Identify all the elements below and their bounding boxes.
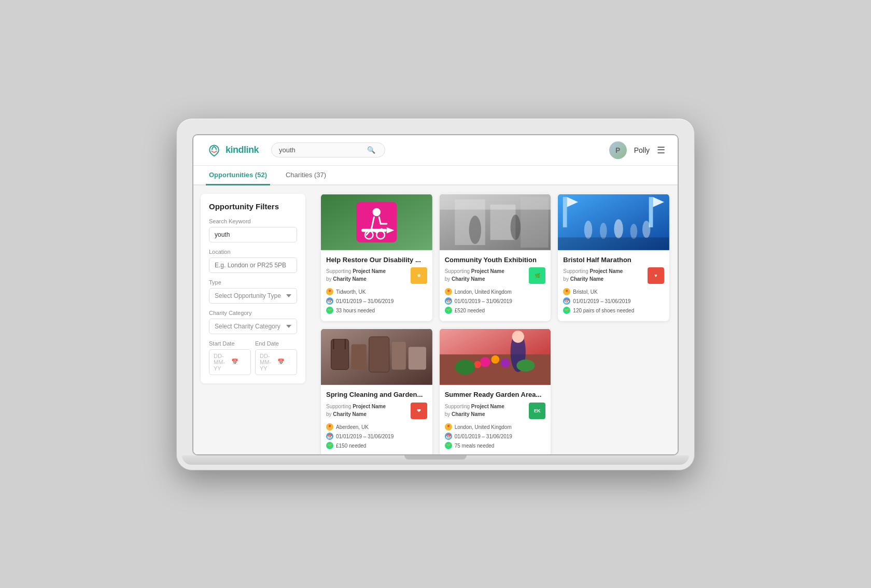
logo[interactable]: kindlink bbox=[206, 142, 259, 159]
calendar-icon-3: 📆 bbox=[563, 297, 570, 305]
start-date-input[interactable]: DD-MM-YY 📅 bbox=[209, 349, 251, 375]
charity-logo-5: EK bbox=[529, 403, 545, 419]
charity-category-select[interactable]: Select Charity Category bbox=[209, 319, 297, 334]
card-location-4: 📍 Aberdeen, UK bbox=[326, 423, 427, 431]
location-icon-2: 📍 bbox=[445, 288, 452, 295]
logo-text: kindlink bbox=[226, 145, 259, 155]
card-dates-text-2: 01/01/2019 – 31/06/2019 bbox=[455, 298, 512, 304]
tab-charities[interactable]: Charities (37) bbox=[283, 166, 329, 185]
card-body-4: Spring Cleaning and Garden... Supporting… bbox=[321, 385, 432, 454]
card-dates-3: 📆 01/01/2019 – 31/06/2019 bbox=[563, 297, 664, 305]
location-icon-3: 📍 bbox=[563, 288, 570, 295]
charity-category-label: Charity Category bbox=[209, 310, 297, 316]
calendar-icon-5: 📆 bbox=[445, 433, 452, 440]
hamburger-menu[interactable]: ☰ bbox=[657, 145, 665, 156]
card-supporting-2: Supporting Project Name by Charity Name … bbox=[445, 267, 546, 284]
tab-charities-count: (37) bbox=[314, 171, 326, 179]
card-dates-text-1: 01/01/2019 – 31/06/2019 bbox=[336, 298, 394, 304]
logo-icon bbox=[206, 142, 222, 159]
card-need-text-1: 33 hours needed bbox=[336, 308, 375, 313]
avatar: P bbox=[609, 141, 627, 159]
card-body-2: Community Youth Exhibition Supporting Pr… bbox=[440, 251, 551, 322]
svg-point-24 bbox=[614, 219, 624, 238]
card-need-5: 🌱 75 meals needed bbox=[445, 442, 546, 449]
user-name: Polly bbox=[634, 146, 650, 154]
end-date-label: End Date bbox=[255, 340, 297, 347]
svg-point-13 bbox=[469, 216, 481, 244]
card-need-3: 🌱 120 pairs of shoes needed bbox=[563, 307, 664, 314]
card-need-text-2: £520 needed bbox=[455, 308, 485, 313]
card-title-3: Bristol Half Marathon bbox=[563, 256, 664, 265]
card-dates-2: 📆 01/01/2019 – 31/06/2019 bbox=[445, 297, 546, 305]
end-calendar-icon: 📅 bbox=[277, 358, 293, 365]
charity-logo-1: ★ bbox=[411, 267, 427, 284]
card-body-1: Help Restore Our Disability ... Supporti… bbox=[321, 251, 432, 322]
header-right: P Polly ☰ bbox=[609, 141, 665, 159]
card-body-3: Bristol Half Marathon Supporting Project… bbox=[558, 251, 669, 322]
card-body-5: Summer Ready Garden Area... Supporting P… bbox=[440, 385, 551, 454]
card-5[interactable]: Summer Ready Garden Area... Supporting P… bbox=[440, 328, 551, 454]
card-need-2: 🌱 £520 needed bbox=[445, 307, 546, 314]
calendar-icon-2: 📆 bbox=[445, 297, 452, 305]
app-header: kindlink 🔍 P Polly ☰ bbox=[193, 135, 678, 166]
need-icon-4: 🌱 bbox=[326, 442, 333, 449]
card-supporting-3: Supporting Project Name by Charity Name … bbox=[563, 267, 664, 284]
card-location-text-4: Aberdeen, UK bbox=[336, 424, 369, 430]
svg-rect-33 bbox=[392, 342, 406, 370]
need-icon-2: 🌱 bbox=[445, 307, 452, 314]
card-title-1: Help Restore Our Disability ... bbox=[326, 256, 427, 265]
card-need-1: 🌱 33 hours needed bbox=[326, 307, 427, 314]
svg-point-3 bbox=[373, 208, 381, 216]
card-supporting-4: Supporting Project Name by Charity Name … bbox=[326, 403, 427, 419]
location-input[interactable] bbox=[209, 257, 297, 273]
card-need-text-4: £150 needed bbox=[336, 443, 366, 449]
card-dates-5: 📆 01/01/2019 – 31/06/2019 bbox=[445, 433, 546, 440]
svg-point-26 bbox=[642, 221, 651, 238]
need-icon-1: 🌱 bbox=[326, 307, 333, 314]
need-icon-5: 🌱 bbox=[445, 442, 452, 449]
svg-point-14 bbox=[510, 214, 521, 240]
svg-point-47 bbox=[516, 360, 535, 371]
card-location-text-2: London, United Kingdom bbox=[455, 289, 512, 295]
card-2[interactable]: Community Youth Exhibition Supporting Pr… bbox=[440, 194, 551, 322]
charity-logo-3: ♥ bbox=[648, 267, 664, 284]
location-icon-5: 📍 bbox=[445, 423, 452, 431]
card-need-text-3: 120 pairs of shoes needed bbox=[573, 308, 634, 313]
start-date-group: Start Date DD-MM-YY 📅 bbox=[209, 340, 251, 375]
main-content: Opportunity Filters Search Keyword Locat… bbox=[193, 185, 678, 455]
card-4[interactable]: Spring Cleaning and Garden... Supporting… bbox=[321, 328, 432, 454]
end-date-input[interactable]: DD-MM-YY 📅 bbox=[255, 349, 297, 375]
search-input[interactable] bbox=[279, 146, 367, 154]
tab-opportunities-label: Opportunities bbox=[209, 171, 253, 179]
card-location-1: 📍 Tidworth, UK bbox=[326, 288, 427, 295]
search-bar[interactable]: 🔍 bbox=[271, 142, 385, 157]
filter-card: Opportunity Filters Search Keyword Locat… bbox=[201, 194, 305, 383]
svg-point-25 bbox=[630, 223, 638, 238]
card-1[interactable]: Help Restore Our Disability ... Supporti… bbox=[321, 194, 432, 322]
tab-opportunities-count: (52) bbox=[255, 171, 267, 179]
type-select[interactable]: Select Opportunity Type bbox=[209, 288, 297, 304]
search-icon: 🔍 bbox=[367, 146, 375, 154]
card-need-text-5: 75 meals needed bbox=[455, 443, 495, 449]
card-supporting-text-3: Supporting Project Name by Charity Name bbox=[563, 267, 623, 283]
svg-rect-15 bbox=[440, 194, 551, 209]
svg-point-43 bbox=[474, 361, 481, 368]
card-supporting-text-5: Supporting Project Name by Charity Name bbox=[445, 403, 504, 418]
keyword-input[interactable] bbox=[209, 227, 297, 242]
svg-point-46 bbox=[455, 360, 475, 375]
tab-opportunities[interactable]: Opportunities (52) bbox=[206, 166, 270, 185]
svg-point-42 bbox=[501, 358, 510, 368]
type-label: Type bbox=[209, 279, 297, 285]
start-date-placeholder: DD-MM-YY bbox=[214, 353, 229, 371]
svg-rect-27 bbox=[558, 237, 669, 250]
charity-logo-4: ❤ bbox=[411, 403, 427, 419]
end-date-group: End Date DD-MM-YY 📅 bbox=[255, 340, 297, 375]
nav-tabs: Opportunities (52) Charities (37) bbox=[193, 166, 678, 185]
card-location-5: 📍 London, United Kingdom bbox=[445, 423, 546, 431]
svg-rect-31 bbox=[352, 345, 367, 370]
card-3[interactable]: Bristol Half Marathon Supporting Project… bbox=[558, 194, 669, 322]
location-icon-1: 📍 bbox=[326, 288, 333, 295]
card-dates-text-4: 01/01/2019 – 31/06/2019 bbox=[336, 434, 394, 439]
card-location-3: 📍 Bristol, UK bbox=[563, 288, 664, 295]
svg-rect-32 bbox=[369, 337, 389, 372]
